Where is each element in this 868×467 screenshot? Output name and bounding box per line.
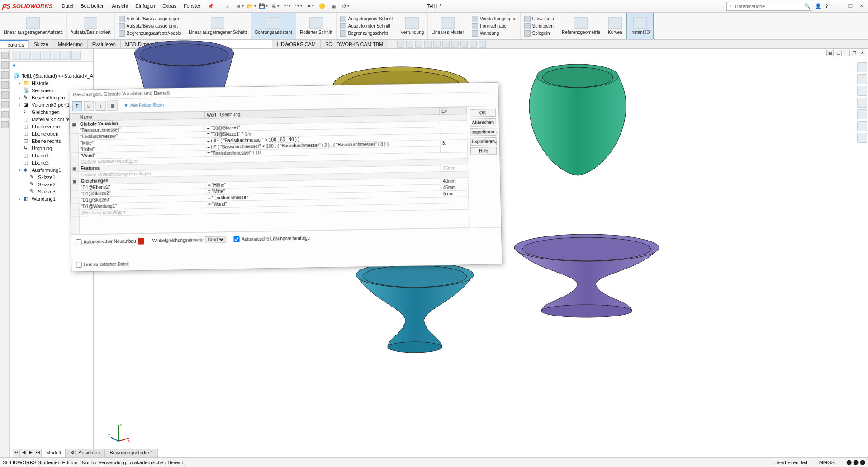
view-display-icon[interactable] <box>857 86 867 96</box>
window-minimize-icon[interactable]: — <box>835 2 844 10</box>
cell[interactable]: 40mm <box>441 178 468 184</box>
tree-root[interactable]: 🧊Teil1 (Standard) <<Standard>_An <box>11 72 93 80</box>
cell[interactable] <box>440 133 467 140</box>
cell[interactable] <box>440 146 467 153</box>
tab-swcam[interactable]: LIDWORKS CAM <box>272 40 321 48</box>
tab-nav-last-icon[interactable]: ⏭ <box>34 449 42 457</box>
menu-window[interactable]: Fenster <box>180 1 204 11</box>
cancel-button[interactable]: Abbrechen <box>470 118 496 127</box>
taskpane-icon[interactable] <box>1 101 9 108</box>
menu-edit[interactable]: Bearbeiten <box>77 1 108 11</box>
mdi-max-icon[interactable]: ❐ <box>851 50 858 56</box>
ribbon-linear-pattern[interactable]: Lineares Muster <box>428 13 468 39</box>
bottom-tab-3dviews[interactable]: 3D-Ansichten <box>66 449 105 457</box>
redo-icon[interactable]: ↷ <box>294 1 304 11</box>
ribbon-swept-cut[interactable]: Ausgetragener Schnitt <box>340 15 393 23</box>
auto-order-checkbox[interactable]: Automatische Lösungsreihenfolge <box>234 235 310 242</box>
view-scene-icon[interactable] <box>857 133 867 143</box>
help-icon[interactable]: ？ <box>824 3 829 9</box>
print-icon[interactable]: 🖶 <box>270 1 280 11</box>
menu-file[interactable]: Datei <box>58 1 77 11</box>
window-close-icon[interactable]: ✕ <box>856 2 866 10</box>
select-icon[interactable]: ➤ <box>305 1 315 11</box>
command-search[interactable]: ? 🔍 <box>726 2 812 11</box>
tab-markup[interactable]: Markierung <box>53 40 88 48</box>
tab-nav-prev-icon[interactable]: ◀ <box>20 449 27 457</box>
hud-icon[interactable] <box>451 41 459 48</box>
mdi-close-icon[interactable]: ✕ <box>859 50 866 56</box>
ribbon-fillet[interactable]: Verrundung <box>397 13 428 39</box>
tab-features[interactable]: Features <box>0 40 29 48</box>
rebuild-icon[interactable]: 🟡 <box>317 1 327 11</box>
ribbon-wrap[interactable]: Umwickeln <box>524 15 554 23</box>
ribbon-ref-geom[interactable]: Referenzgeometrie <box>558 13 604 39</box>
equations-table[interactable]: Name Wert / Gleichung Ev ▣Globale Variab… <box>70 107 470 235</box>
taskpane-icon[interactable] <box>1 111 9 118</box>
hud-icon[interactable] <box>424 41 432 48</box>
tree-history[interactable]: ▸📁Historie <box>11 80 93 87</box>
settings-icon[interactable]: ⚙ <box>341 1 351 11</box>
open-icon[interactable]: 📂 <box>247 1 256 11</box>
ribbon-extrude-boss[interactable]: Linear ausgetragener Aufsatz <box>0 13 67 39</box>
ribbon-shell[interactable]: Wandung <box>472 30 499 37</box>
home-icon[interactable]: ⌂ <box>223 1 233 11</box>
cell[interactable] <box>441 197 469 203</box>
command-search-input[interactable] <box>733 4 803 9</box>
eq-view-dim-icon[interactable]: ⟀ <box>84 101 94 111</box>
angle-units-select[interactable]: Grad <box>205 236 226 243</box>
options-icon[interactable]: ▦ <box>329 1 339 11</box>
filter-label[interactable]: ▼Alle Felder filtern <box>123 102 164 108</box>
cell[interactable]: 45mm <box>441 184 468 191</box>
hud-icon[interactable] <box>406 41 413 48</box>
window-restore-icon[interactable]: ❐ <box>845 2 855 10</box>
hud-icon[interactable] <box>479 41 486 48</box>
status-units[interactable]: MMGS <box>819 460 835 465</box>
mdi-tile-icon[interactable]: ▦ <box>826 50 834 56</box>
taskpane-icon[interactable] <box>1 52 9 59</box>
cell[interactable]: 15mm <box>441 165 468 172</box>
tab-nav-first-icon[interactable]: ⏮ <box>13 449 20 457</box>
tab-swcam-tbm[interactable]: SOLIDWORKS CAM TBM <box>321 40 388 48</box>
undo-icon[interactable]: ↶ <box>282 1 292 11</box>
fm-tab-icon[interactable] <box>32 51 41 60</box>
link-external-checkbox[interactable]: Link zu externer Datei: <box>76 261 129 268</box>
view-zoom-icon[interactable] <box>857 109 867 119</box>
search-icon[interactable]: 🔍 <box>803 3 812 9</box>
ribbon-mirror[interactable]: Spiegeln <box>524 30 550 37</box>
mdi-single-icon[interactable]: ▢ <box>835 50 842 56</box>
taskpane-icon[interactable] <box>1 61 9 69</box>
ribbon-instant3d[interactable]: Instant3D <box>626 13 654 39</box>
taskpane-icon[interactable] <box>1 121 9 128</box>
ribbon-swept-boss[interactable]: Aufsatz/Basis ausgetragen <box>119 15 180 23</box>
eq-view-sigma-icon[interactable]: Σ <box>72 101 82 111</box>
taskpane-icon[interactable] <box>1 71 9 79</box>
import-button[interactable]: Importieren... <box>470 128 496 136</box>
ribbon-lofted-cut[interactable]: Ausgeformter Schnitt <box>340 23 390 30</box>
fm-tab-icon[interactable] <box>71 51 81 60</box>
fm-tab-icon[interactable] <box>22 51 31 60</box>
menu-insert[interactable]: Einfügen <box>132 1 159 11</box>
view-section-icon[interactable] <box>857 98 867 108</box>
auto-rebuild-checkbox[interactable]: Automatischer Neuaufbau ! <box>76 238 144 245</box>
view-orient-icon[interactable] <box>857 74 867 84</box>
hud-icon[interactable] <box>433 41 441 48</box>
new-icon[interactable]: 🗎 <box>235 1 245 11</box>
mdi-min-icon[interactable]: — <box>843 50 850 56</box>
tab-sketch[interactable]: Skizze <box>29 40 53 48</box>
taskpane-icon[interactable] <box>1 81 9 89</box>
tab-evaluate[interactable]: Evaluieren <box>88 40 121 48</box>
fm-tab-icon[interactable] <box>62 51 71 60</box>
cell[interactable] <box>440 127 467 134</box>
hud-icon[interactable] <box>442 41 450 48</box>
save-icon[interactable]: 💾 <box>258 1 268 11</box>
view-cube-icon[interactable] <box>857 62 867 72</box>
ribbon-boundary-cut[interactable]: Begrenzungsschnitt <box>340 30 388 37</box>
fm-tab-icon[interactable] <box>42 51 51 60</box>
ribbon-hole-wizard[interactable]: Bohrungsassistent <box>251 13 296 39</box>
menu-view[interactable]: Ansicht <box>108 1 132 11</box>
ribbon-revolve-boss[interactable]: Aufsatz/Basis rotiert <box>67 13 115 39</box>
hud-icon[interactable] <box>470 41 477 48</box>
ribbon-revolve-cut[interactable]: Rotierter Schnitt <box>296 13 337 39</box>
ribbon-rib[interactable]: Verstärkungsrippe <box>472 15 517 23</box>
ribbon-draft[interactable]: Formschräge <box>472 23 507 30</box>
